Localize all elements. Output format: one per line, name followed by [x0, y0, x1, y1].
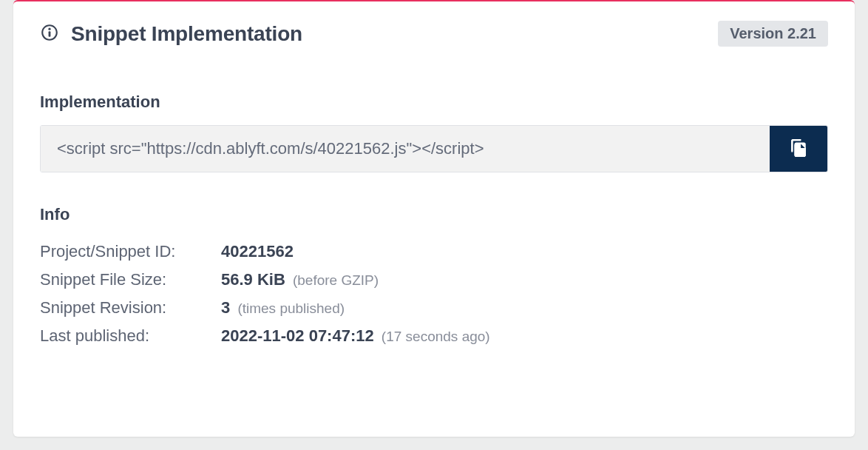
- table-row: Snippet Revision: 3 (times published): [40, 294, 828, 322]
- table-row: Project/Snippet ID: 40221562: [40, 238, 828, 266]
- copy-button[interactable]: [770, 126, 827, 172]
- info-value-last-published: 2022-11-02 07:47:12 (17 seconds ago): [221, 322, 828, 350]
- card-header: Snippet Implementation Version 2.21: [40, 21, 828, 47]
- info-section-label: Info: [40, 205, 828, 224]
- info-table: Project/Snippet ID: 40221562 Snippet Fil…: [40, 238, 828, 350]
- snippet-implementation-card: Snippet Implementation Version 2.21 Impl…: [13, 0, 855, 437]
- info-value-revision: 3 (times published): [221, 294, 828, 322]
- card-title: Snippet Implementation: [71, 22, 302, 46]
- info-value-project-id: 40221562: [221, 238, 828, 266]
- snippet-code-input[interactable]: [41, 126, 770, 172]
- svg-point-0: [48, 27, 50, 30]
- copy-icon: [789, 138, 808, 161]
- info-value-text: 2022-11-02 07:47:12: [221, 326, 374, 345]
- info-label-project-id: Project/Snippet ID:: [40, 238, 221, 266]
- info-icon: [40, 23, 59, 45]
- card-title-wrap: Snippet Implementation: [40, 22, 302, 46]
- implementation-section-label: Implementation: [40, 93, 828, 112]
- svg-rect-1: [49, 31, 51, 37]
- info-value-note: (before GZIP): [293, 272, 379, 288]
- info-label-revision: Snippet Revision:: [40, 294, 221, 322]
- info-value-text: 3: [221, 298, 230, 317]
- info-label-last-published: Last published:: [40, 322, 221, 350]
- info-value-text: 56.9 KiB: [221, 270, 285, 289]
- version-badge: Version 2.21: [718, 21, 828, 47]
- info-value-note: (17 seconds ago): [382, 329, 490, 344]
- info-value-text: 40221562: [221, 242, 294, 261]
- table-row: Last published: 2022-11-02 07:47:12 (17 …: [40, 322, 828, 350]
- table-row: Snippet File Size: 56.9 KiB (before GZIP…: [40, 266, 828, 294]
- snippet-row: [40, 125, 828, 172]
- info-label-file-size: Snippet File Size:: [40, 266, 221, 294]
- info-value-file-size: 56.9 KiB (before GZIP): [221, 266, 828, 294]
- info-value-note: (times published): [237, 300, 345, 316]
